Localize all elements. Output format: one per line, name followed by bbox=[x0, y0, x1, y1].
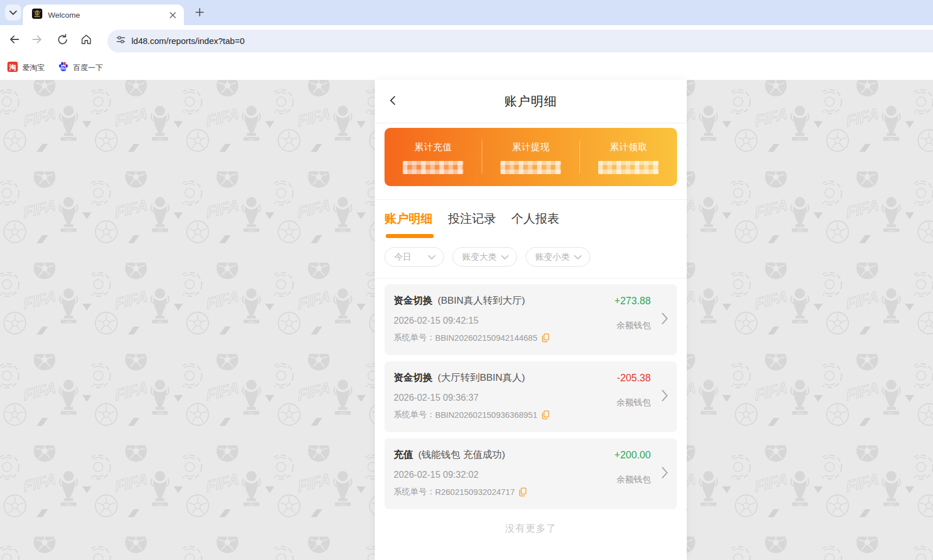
transaction-row[interactable]: 充值(钱能钱包 充值成功) 2026-02-15 09:32:02 系统单号： … bbox=[385, 438, 677, 509]
transaction-amount: +273.88 bbox=[614, 295, 651, 307]
chevron-down-icon bbox=[9, 7, 17, 18]
transaction-amount: +200.00 bbox=[614, 449, 651, 461]
filter-date-dropdown[interactable]: 今日 bbox=[385, 247, 444, 267]
back-button[interactable] bbox=[3, 30, 25, 51]
order-label: 系统单号： bbox=[394, 409, 435, 420]
filter-label: 账变小类 bbox=[535, 252, 570, 263]
bookmarks-bar: 淘 爱淘宝 du 百度一下 bbox=[0, 57, 933, 80]
forward-button[interactable] bbox=[26, 30, 48, 51]
transaction-wallet: 余额钱包 bbox=[614, 320, 651, 331]
transaction-detail: (钱能钱包 充值成功) bbox=[418, 449, 505, 460]
filter-label: 账变大类 bbox=[462, 252, 496, 263]
bookmark-label: 百度一下 bbox=[73, 63, 103, 73]
masked-value bbox=[598, 161, 659, 174]
browser-tab[interactable]: Welcome bbox=[23, 5, 184, 25]
favicon-casino-badge-icon bbox=[32, 9, 42, 21]
order-label: 系统单号： bbox=[394, 332, 435, 343]
panel-header: 账户明细 bbox=[375, 80, 687, 123]
reload-icon bbox=[57, 34, 69, 48]
browser-tab-strip: Welcome bbox=[0, 0, 933, 25]
home-icon bbox=[80, 33, 93, 48]
baidu-paw-icon: du bbox=[58, 62, 69, 74]
transaction-right: +273.88 余额钱包 bbox=[614, 295, 651, 331]
filter-major-category-dropdown[interactable]: 账变大类 bbox=[453, 247, 517, 267]
chevron-right-icon[interactable] bbox=[661, 389, 668, 405]
transaction-order-row: 系统单号： BBIN202602150936368951 bbox=[394, 409, 677, 420]
transaction-wallet: 余额钱包 bbox=[614, 474, 651, 485]
transaction-amount: -205.38 bbox=[616, 372, 651, 384]
tabs-section: 账户明细 投注记录 个人报表 今日 账变大类 bbox=[375, 199, 687, 279]
transaction-wallet: 余额钱包 bbox=[616, 397, 651, 408]
transaction-type: 充值 bbox=[394, 449, 413, 460]
copy-icon[interactable] bbox=[542, 333, 550, 343]
masked-value bbox=[500, 161, 561, 174]
reload-button[interactable] bbox=[51, 30, 73, 51]
transaction-order-row: 系统单号： R2602150932024717 bbox=[394, 486, 677, 497]
chevron-left-icon bbox=[387, 94, 399, 109]
svg-text:du: du bbox=[61, 66, 66, 70]
chevron-down-icon bbox=[428, 252, 435, 262]
tabs-row: 账户明细 投注记录 个人报表 bbox=[385, 211, 677, 227]
back-icon bbox=[8, 33, 21, 48]
site-info-tune-icon[interactable] bbox=[115, 34, 126, 47]
copy-icon[interactable] bbox=[519, 488, 527, 497]
taobao-icon: 淘 bbox=[7, 62, 18, 74]
bookmark-baidu[interactable]: du 百度一下 bbox=[54, 60, 107, 76]
order-label: 系统单号： bbox=[394, 486, 435, 497]
svg-text:淘: 淘 bbox=[9, 63, 16, 71]
summary-section: 累计充值 累计提现 累计领取 bbox=[375, 123, 687, 199]
new-tab-button[interactable] bbox=[192, 6, 207, 21]
order-number: R2602150932024717 bbox=[435, 488, 515, 497]
url-text[interactable]: ld48.com/reports/index?tab=0 bbox=[131, 36, 245, 46]
chevron-down-icon bbox=[501, 252, 508, 262]
bookmark-taobao[interactable]: 淘 爱淘宝 bbox=[3, 60, 49, 76]
transaction-row[interactable]: 资金切换(BBIN真人转到大厅) 2026-02-15 09:42:15 系统单… bbox=[385, 284, 677, 355]
transaction-detail: (大厅转到BBIN真人) bbox=[438, 372, 525, 383]
order-number: BBIN202602150942144685 bbox=[435, 333, 538, 343]
active-tab-indicator bbox=[386, 234, 434, 238]
summary-label: 累计充值 bbox=[414, 142, 452, 154]
tab-account-detail[interactable]: 账户明细 bbox=[385, 211, 433, 227]
transaction-order-row: 系统单号： BBIN202602150942144685 bbox=[394, 332, 677, 343]
chevron-right-icon[interactable] bbox=[661, 312, 668, 328]
back-button-page[interactable] bbox=[382, 90, 405, 113]
order-number: BBIN202602150936368951 bbox=[435, 410, 538, 420]
transaction-row[interactable]: 资金切换(大厅转到BBIN真人) 2026-02-15 09:36:37 系统单… bbox=[385, 361, 677, 432]
tab-personal-report[interactable]: 个人报表 bbox=[511, 211, 559, 227]
tab-bet-records[interactable]: 投注记录 bbox=[448, 211, 496, 227]
page-title: 账户明细 bbox=[504, 93, 557, 110]
transaction-detail: (BBIN真人转到大厅) bbox=[438, 295, 525, 306]
transaction-right: +200.00 余额钱包 bbox=[614, 449, 651, 485]
chevron-right-icon[interactable] bbox=[661, 466, 668, 482]
forward-icon bbox=[31, 33, 43, 48]
summary-label: 累计领取 bbox=[610, 142, 647, 154]
transaction-type: 资金切换 bbox=[394, 372, 433, 383]
transaction-list: 资金切换(BBIN真人转到大厅) 2026-02-15 09:42:15 系统单… bbox=[375, 279, 687, 509]
filter-minor-category-dropdown[interactable]: 账变小类 bbox=[526, 247, 590, 267]
address-bar[interactable]: ld48.com/reports/index?tab=0 bbox=[107, 30, 933, 53]
filter-row: 今日 账变大类 账变小类 bbox=[385, 247, 677, 267]
home-button[interactable] bbox=[75, 30, 97, 51]
plus-icon bbox=[195, 8, 204, 19]
summary-total-claimed: 累计领取 bbox=[580, 128, 677, 186]
no-more-text: 没有更多了 bbox=[375, 522, 687, 535]
transaction-type: 资金切换 bbox=[394, 295, 433, 306]
bookmark-label: 爱淘宝 bbox=[22, 63, 45, 73]
page-background: FIFA FIFA bbox=[0, 80, 933, 560]
summary-total-deposit: 累计充值 bbox=[385, 128, 482, 186]
summary-total-withdraw: 累计提现 bbox=[482, 128, 579, 186]
tab-search-button[interactable] bbox=[5, 5, 21, 21]
tab-title: Welcome bbox=[48, 11, 167, 19]
transaction-right: -205.38 余额钱包 bbox=[616, 372, 651, 408]
copy-icon[interactable] bbox=[542, 410, 550, 420]
account-detail-panel: 账户明细 累计充值 累计提现 累计领取 bbox=[375, 80, 687, 560]
masked-value bbox=[403, 161, 463, 174]
filter-label: 今日 bbox=[394, 252, 411, 263]
close-icon[interactable] bbox=[167, 9, 178, 21]
chevron-down-icon bbox=[574, 252, 582, 262]
summary-label: 累计提现 bbox=[512, 142, 550, 154]
summary-card: 累计充值 累计提现 累计领取 bbox=[385, 128, 677, 186]
browser-toolbar: ld48.com/reports/index?tab=0 bbox=[0, 25, 933, 57]
